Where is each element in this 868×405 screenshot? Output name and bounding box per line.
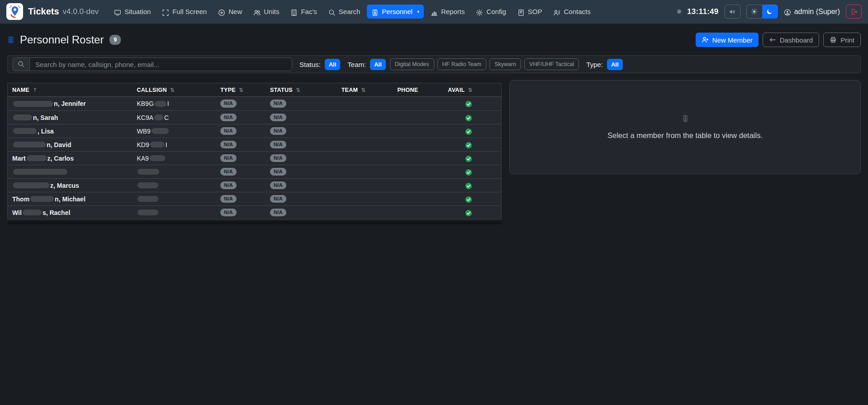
new-member-button[interactable]: New Member [696,33,759,47]
status-badge: N/A [270,141,286,149]
light-theme-button[interactable] [746,5,762,19]
table-row[interactable]: n, JenniferKB9GIN/AN/A [8,97,501,110]
table-row[interactable]: Wils, RachelN/AN/A [8,205,501,219]
people-icon [253,8,261,15]
avail-cell [443,209,501,216]
status-filter-label: Status: [299,61,321,68]
redacted-text [13,169,67,175]
user-menu[interactable]: admin (Super) [784,8,840,16]
table-row[interactable]: , LisaWB9N/AN/A [8,124,501,138]
navbar-menu: SituationFull ScreenNewUnitsFac'sSearchP… [109,5,595,19]
status-all-button[interactable]: All [325,59,341,70]
app-title: Tickets [28,6,59,17]
logout-button[interactable] [846,5,862,19]
volume-icon [729,8,736,15]
display-icon [114,8,121,15]
sort-icon: ⇅ [239,87,243,93]
table-row[interactable]: n, DavidKD9IN/AN/A [8,138,501,151]
name-cell: Martz, Carlos [8,155,132,162]
avail-cell [443,195,501,203]
type-cell: N/A [216,127,266,135]
status-cell: N/A [266,141,337,149]
column-header-team[interactable]: TEAM⇅ [337,83,393,96]
contacts-icon [553,8,560,15]
redacted-text [13,101,53,107]
column-header-phone: PHONE [393,83,443,96]
table-row[interactable]: Thomn, MichaelN/AN/A [8,192,501,205]
table-horizontal-scrollbar[interactable] [7,221,502,224]
column-header-type[interactable]: TYPE⇅ [216,83,266,96]
nav-item-new[interactable]: New [213,5,247,19]
column-header-callsign[interactable]: CALLSIGN⇅ [132,83,216,96]
type-badge: N/A [220,195,237,203]
nav-item-units[interactable]: Units [249,5,284,19]
team-filter-vhf-uhf-tactical[interactable]: VHF/UHF Tactical [524,58,579,70]
nav-item-reports[interactable]: Reports [426,5,470,19]
avail-cell [443,182,501,189]
nav-item-sop[interactable]: SOP [513,5,547,19]
type-cell: N/A [216,195,266,203]
dark-theme-button[interactable] [762,5,778,19]
type-badge: N/A [220,154,237,162]
status-cell: N/A [266,181,337,190]
status-cell: N/A [266,168,337,176]
table-row[interactable]: N/AN/A [8,165,501,178]
nav-item-search[interactable]: Search [324,5,365,19]
redacted-text [23,210,42,215]
nav-item-contacts[interactable]: Contacts [549,5,595,19]
print-button[interactable]: Print [823,33,861,47]
theme-toggle [746,5,778,19]
member-count-badge: 9 [109,35,121,45]
avail-cell [443,100,501,107]
bar-chart-icon [431,8,438,15]
avail-cell [443,114,501,121]
type-cell: N/A [216,168,266,176]
logout-icon [850,8,858,15]
nav-item-full-screen[interactable]: Full Screen [157,5,211,19]
column-header-avail[interactable]: AVAIL⇅ [443,83,501,96]
type-all-button[interactable]: All [607,59,623,70]
nav-item-situation[interactable]: Situation [109,5,155,19]
type-cell: N/A [216,181,266,190]
redacted-text [155,101,166,107]
team-all-button[interactable]: All [370,59,386,70]
search-input[interactable] [29,57,292,71]
type-badge: N/A [220,100,237,108]
column-header-name[interactable]: NAME↑ [8,83,132,96]
table-row[interactable]: z, MarcusN/AN/A [8,178,501,192]
status-dot-icon [677,10,681,14]
page-title-icon [7,36,14,43]
volume-button[interactable] [725,5,740,19]
status-badge: N/A [270,154,286,162]
person-badge-icon [371,8,379,15]
nav-item-personnel[interactable]: Personnel▾ [367,5,424,19]
redacted-text [138,182,158,188]
search-icon [13,57,29,71]
avail-cell [443,155,501,162]
type-badge: N/A [220,141,237,149]
type-cell: N/A [216,114,266,122]
dashboard-button[interactable]: Dashboard [763,33,819,47]
team-filter-hf-radio-team[interactable]: HF Radio Team [437,58,487,70]
nav-item-fac-s[interactable]: Fac's [286,5,321,19]
avail-cell [443,141,501,148]
fullscreen-icon [162,8,169,15]
team-filter-digital-modes[interactable]: Digital Modes [390,58,434,70]
type-cell: N/A [216,154,266,162]
callsign-cell: WB9 [132,128,216,135]
table-header-row: NAME↑CALLSIGN⇅TYPE⇅STATUS⇅TEAM⇅PHONEAVAI… [8,83,501,97]
status-badge: N/A [270,114,286,122]
status-badge: N/A [270,209,286,217]
nav-item-config[interactable]: Config [471,5,510,19]
available-check-icon [465,128,472,135]
type-badge: N/A [220,127,237,135]
user-avatar-icon [784,8,791,15]
table-row[interactable]: Martz, CarlosKA9N/AN/A [8,151,501,165]
team-filter-skywarn[interactable]: Skywarn [489,58,521,70]
column-header-status[interactable]: STATUS⇅ [266,83,337,96]
redacted-text [13,182,49,188]
table-row[interactable]: n, SarahKC9ACN/AN/A [8,110,501,124]
redacted-text [138,169,159,175]
status-cell: N/A [266,154,337,162]
available-check-icon [465,195,472,203]
